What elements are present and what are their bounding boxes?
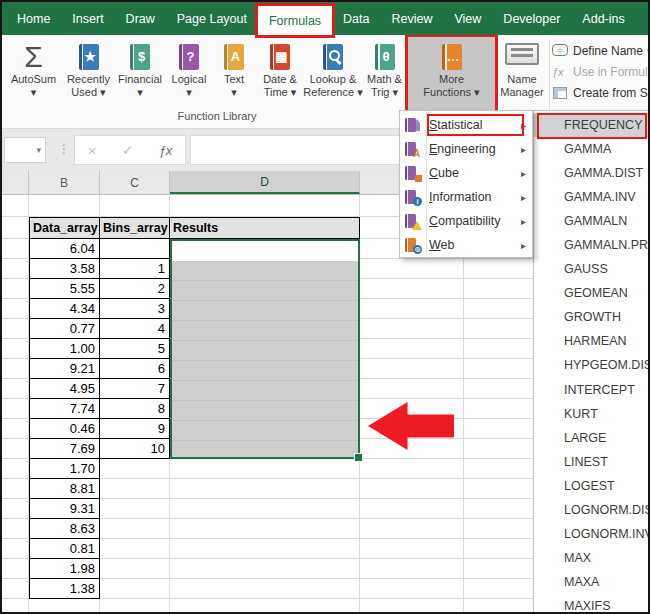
defined-names-item[interactable]: Define Name ▾ — [552, 43, 650, 58]
submenu-item[interactable]: LOGNORM.INV — [534, 522, 650, 546]
data-array-cell[interactable]: 1.98 — [29, 559, 100, 579]
results-cell[interactable] — [170, 459, 360, 479]
defined-names-item[interactable]: Create from Selection — [552, 85, 650, 100]
ribbon-button[interactable]: … More Functions ▾ — [408, 37, 495, 111]
data-array-cell[interactable]: 1.00 — [29, 339, 100, 359]
bins-array-cell[interactable]: 1 — [100, 259, 170, 279]
insert-function-icon[interactable]: ƒx — [159, 143, 173, 158]
submenu-item[interactable]: LINEST — [534, 450, 650, 474]
bins-array-cell[interactable]: 3 — [100, 299, 170, 319]
bins-array-cell[interactable] — [100, 519, 170, 539]
enter-icon[interactable]: ✓ — [122, 142, 134, 158]
bins-array-cell[interactable] — [100, 239, 170, 259]
bins-array-cell[interactable] — [100, 579, 170, 599]
data-array-cell[interactable]: 0.81 — [29, 539, 100, 559]
data-array-cell[interactable]: 8.63 — [29, 519, 100, 539]
bins-array-cell[interactable] — [100, 479, 170, 499]
bins-array-cell[interactable]: 5 — [100, 339, 170, 359]
ribbon-button[interactable]: Σ AutoSum ▾ — [5, 37, 62, 111]
menu-item[interactable]: i Information ▸ — [400, 185, 532, 209]
data-array-cell[interactable]: 3.58 — [29, 259, 100, 279]
ribbon-tab[interactable]: Review — [380, 2, 443, 35]
submenu-item[interactable]: HARMEAN — [534, 329, 650, 353]
active-cell[interactable] — [172, 241, 358, 262]
results-cell[interactable] — [170, 559, 360, 579]
menu-item[interactable]: Cube ▸ — [400, 161, 532, 185]
data-array-cell[interactable]: 6.04 — [29, 239, 100, 259]
menu-item[interactable]: Statistical ▸ — [400, 113, 532, 137]
bins-array-cell[interactable] — [100, 459, 170, 479]
ribbon-tab[interactable]: Page Layout — [166, 2, 258, 35]
ribbon-button[interactable]: ★ Recently Used ▾ — [62, 37, 115, 111]
chevron-down-icon[interactable]: ▾ — [36, 145, 41, 155]
name-box[interactable]: ▾ — [4, 137, 46, 163]
bins-array-cell[interactable]: 4 — [100, 319, 170, 339]
submenu-item[interactable]: GEOMEAN — [534, 281, 650, 305]
menu-item[interactable]: A Engineering ▸ — [400, 137, 532, 161]
data-array-cell[interactable]: 0.77 — [29, 319, 100, 339]
results-cell[interactable] — [170, 539, 360, 559]
ribbon-tab[interactable]: Formulas — [258, 6, 332, 35]
ribbon-tab[interactable]: Insert — [61, 2, 114, 35]
ribbon-button[interactable]: ▦ Date & Time ▾ — [255, 37, 305, 111]
bins-array-cell[interactable]: 2 — [100, 279, 170, 299]
submenu-item[interactable]: MAX — [534, 546, 650, 570]
column-header-d[interactable]: D — [170, 171, 360, 194]
submenu-item[interactable]: FREQUENCY — [534, 113, 650, 137]
bins-array-cell[interactable]: 9 — [100, 419, 170, 439]
data-array-cell[interactable]: 8.81 — [29, 479, 100, 499]
results-cell[interactable] — [170, 479, 360, 499]
bins-array-cell[interactable]: 10 — [100, 439, 170, 459]
data-array-cell[interactable]: 4.95 — [29, 379, 100, 399]
data-array-cell[interactable]: 9.31 — [29, 499, 100, 519]
bins-array-cell[interactable] — [100, 499, 170, 519]
submenu-item[interactable]: GAMMA.INV — [534, 185, 650, 209]
fill-handle[interactable] — [354, 453, 363, 462]
data-array-cell[interactable]: 1.38 — [29, 579, 100, 599]
menu-item[interactable]: Compatibility ▸ — [400, 209, 532, 233]
submenu-item[interactable]: MAXA — [534, 570, 650, 594]
ribbon-tab[interactable]: Home — [6, 2, 61, 35]
results-cell[interactable] — [170, 519, 360, 539]
ribbon-tab[interactable]: Developer — [492, 2, 571, 35]
bins-array-cell[interactable]: 6 — [100, 359, 170, 379]
ribbon-button[interactable]: θ Math & Trig ▾ — [361, 37, 408, 111]
ribbon-tab[interactable]: Draw — [115, 2, 166, 35]
submenu-item[interactable]: GAMMALN.PRECISE — [534, 233, 650, 257]
submenu-item[interactable]: GAMMA — [534, 137, 650, 161]
ribbon-tab[interactable]: Add-ins — [571, 2, 635, 35]
bins-array-cell[interactable]: 8 — [100, 399, 170, 419]
column-header-c[interactable]: C — [100, 171, 170, 194]
column-header[interactable] — [2, 171, 29, 194]
data-array-cell[interactable]: 1.70 — [29, 459, 100, 479]
name-manager-button[interactable]: Name Manager — [496, 37, 548, 111]
ribbon-button[interactable]: $ Financial ▾ — [115, 37, 165, 111]
header-bins-array[interactable]: Bins_array — [100, 217, 170, 239]
header-results[interactable]: Results — [170, 217, 360, 239]
cancel-icon[interactable]: × — [88, 142, 97, 159]
data-array-cell[interactable]: 4.34 — [29, 299, 100, 319]
submenu-item[interactable]: GROWTH — [534, 305, 650, 329]
submenu-item[interactable]: LOGNORM.DIST — [534, 498, 650, 522]
submenu-item[interactable]: MAXIFS — [534, 594, 650, 614]
submenu-item[interactable]: GAMMA.DIST — [534, 161, 650, 185]
ribbon-button[interactable]: ? Logical ▾ — [165, 37, 213, 111]
column-header-b[interactable]: B — [29, 171, 100, 194]
data-array-cell[interactable]: 0.46 — [29, 419, 100, 439]
ribbon-button[interactable]: Lookup & Reference ▾ — [305, 37, 361, 111]
data-array-cell[interactable]: 9.21 — [29, 359, 100, 379]
data-array-cell[interactable]: 7.74 — [29, 399, 100, 419]
submenu-item[interactable]: GAUSS — [534, 257, 650, 281]
bins-array-cell[interactable]: 7 — [100, 379, 170, 399]
results-cell[interactable] — [170, 579, 360, 599]
submenu-item[interactable]: GAMMALN — [534, 209, 650, 233]
submenu-item[interactable]: INTERCEPT — [534, 378, 650, 402]
range-selection[interactable] — [170, 239, 360, 459]
bins-array-cell[interactable] — [100, 539, 170, 559]
bins-array-cell[interactable] — [100, 559, 170, 579]
submenu-item[interactable]: HYPGEOM.DIST — [534, 353, 650, 377]
ribbon-button[interactable]: A Text ▾ — [213, 37, 255, 111]
results-cell[interactable] — [170, 499, 360, 519]
header-data-array[interactable]: Data_array — [29, 217, 100, 239]
submenu-item[interactable]: KURT — [534, 402, 650, 426]
